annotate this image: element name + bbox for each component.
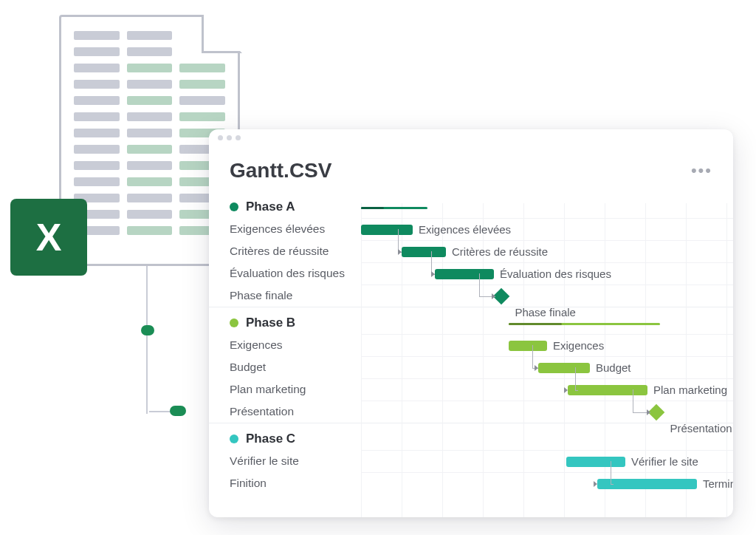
connector-node [141, 325, 154, 335]
excel-icon: X [10, 199, 87, 276]
task-bar-label: Évaluation des risques [500, 268, 611, 280]
task-bar-label: Exigences [553, 339, 604, 352]
task-row[interactable]: BudgetBudget [230, 356, 733, 378]
task-bar[interactable]: Plan marketing [568, 385, 647, 395]
excel-letter: X [36, 215, 62, 259]
phase-name: Phase B [246, 316, 295, 330]
gantt-chart: Phase AExigences élevéesExigences élevée… [209, 187, 733, 494]
task-bar-label: Vérifier le site [631, 455, 698, 468]
phase-dot-icon [230, 435, 238, 443]
connector-line [146, 266, 150, 414]
phase-header[interactable]: Phase B [230, 313, 361, 335]
phase-name: Phase C [246, 432, 295, 446]
task-label: Plan marketing [230, 383, 361, 396]
task-row[interactable]: Évaluation des risquesÉvaluation des ris… [230, 262, 733, 284]
task-timeline: Exigences [361, 334, 733, 356]
milestone-diamond-icon[interactable]: Phase finale [493, 288, 510, 305]
more-menu-icon[interactable]: ••• [691, 161, 712, 180]
phase-block: Phase BExigencesExigencesBudgetBudgetPla… [209, 307, 733, 423]
task-timeline: Plan marketing [361, 378, 733, 401]
task-label: Présentation [230, 405, 361, 418]
task-label: Exigences [230, 338, 361, 352]
task-bar[interactable]: Critères de réussite [402, 247, 446, 257]
task-timeline: Budget [361, 356, 733, 378]
task-timeline: Terminé [361, 472, 733, 494]
phase-name: Phase A [246, 200, 295, 214]
task-row[interactable]: Critères de réussiteCritères de réussite [230, 240, 733, 262]
task-timeline: Évaluation des risques [361, 262, 733, 284]
window-title-bar [209, 129, 733, 146]
task-bar[interactable]: Exigences [509, 341, 547, 351]
task-label: Critères de réussite [230, 245, 361, 258]
phase-dot-icon [230, 318, 238, 327]
gantt-window: Gantt.CSV ••• Phase AExigences élevéesEx… [209, 129, 733, 517]
phase-header[interactable]: Phase C [230, 429, 361, 451]
task-label: Budget [230, 361, 361, 374]
task-bar-label: Budget [596, 361, 631, 374]
task-timeline: Vérifier le site [361, 450, 733, 472]
window-title: Gantt.CSV [230, 159, 331, 183]
task-bar-label: Terminé [703, 477, 733, 490]
phase-block: Phase AExigences élevéesExigences élevée… [230, 191, 733, 307]
connector-node [170, 406, 186, 416]
task-label: Exigences élevées [230, 222, 361, 236]
task-bar[interactable]: Budget [538, 363, 590, 373]
phase-header[interactable]: Phase A [230, 197, 361, 219]
task-row[interactable]: Exigences élevéesExigences élevées [230, 218, 733, 240]
task-row[interactable]: Plan marketingPlan marketing [230, 378, 733, 401]
phase-dot-icon [230, 202, 238, 211]
task-timeline: Critères de réussite [361, 240, 733, 262]
task-row[interactable]: FinitionTerminé [230, 472, 733, 494]
task-bar[interactable]: Exigences élevées [361, 225, 413, 235]
task-bar-label: Plan marketing [653, 384, 727, 396]
task-timeline: Exigences élevées [361, 218, 733, 240]
task-row[interactable]: ExigencesExigences [230, 334, 733, 356]
task-bar-label: Exigences élevées [419, 223, 511, 236]
task-label: Phase finale [230, 289, 361, 302]
task-label: Évaluation des risques [230, 267, 361, 280]
task-row[interactable]: Phase finalePhase finale [230, 284, 733, 307]
task-bar[interactable]: Vérifier le site [566, 457, 625, 467]
window-traffic-lights [218, 135, 241, 140]
milestone-diamond-icon[interactable]: Présentation [648, 404, 665, 421]
task-row[interactable]: PrésentationPrésentation [230, 401, 733, 423]
task-timeline: Phase finale [361, 284, 733, 307]
task-row[interactable]: Vérifier le siteVérifier le site [230, 450, 733, 472]
task-timeline: Présentation [361, 401, 733, 423]
phase-block: Phase CVérifier le siteVérifier le siteF… [209, 423, 733, 494]
task-label: Finition [230, 477, 361, 490]
task-label: Vérifier le site [230, 454, 361, 468]
task-bar-label: Critères de réussite [452, 245, 548, 258]
task-bar[interactable]: Évaluation des risques [435, 269, 494, 279]
